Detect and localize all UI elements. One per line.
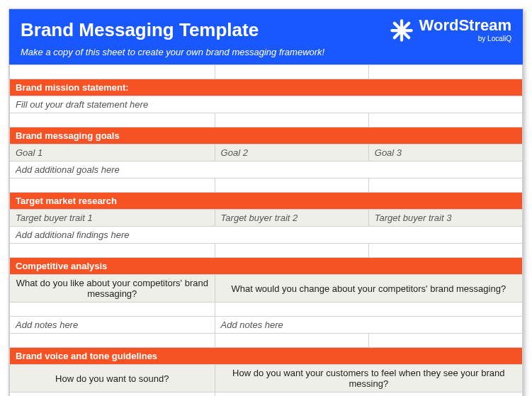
- header-banner: Brand Messaging Template Make a copy of …: [9, 9, 523, 64]
- blank-row[interactable]: [10, 179, 523, 193]
- logo-main-text: WordStream: [419, 18, 511, 33]
- research-add-row[interactable]: Add additional findings here: [10, 227, 523, 244]
- template-table: Brand mission statement: Fill out your d…: [9, 64, 523, 396]
- blank-row[interactable]: [10, 244, 523, 258]
- trait-1[interactable]: Target buyer trait 1: [10, 210, 215, 227]
- voice-notes-row[interactable]: Add notes here Add notes here: [10, 392, 523, 397]
- competitive-note1[interactable]: Add notes here: [10, 317, 215, 334]
- mission-input-row[interactable]: Fill out your draft statement here: [10, 96, 523, 113]
- section-heading: Brand mission statement:: [10, 79, 523, 96]
- section-heading: Competitive analysis: [10, 258, 523, 275]
- page-subtitle: Make a copy of this sheet to create your…: [21, 47, 511, 57]
- competitive-q1[interactable]: What do you like about your competitors'…: [10, 275, 215, 302]
- section-goals-header: Brand messaging goals: [10, 128, 523, 145]
- trait-2[interactable]: Target buyer trait 2: [215, 210, 368, 227]
- blank-row[interactable]: [10, 113, 523, 128]
- voice-questions-row[interactable]: How do you want to sound? How do you wan…: [10, 365, 523, 392]
- competitive-q2[interactable]: What would you change about your competi…: [215, 275, 522, 302]
- goals-add-placeholder[interactable]: Add additional goals here: [10, 162, 523, 179]
- section-heading: Brand voice and tone guidelines: [10, 348, 523, 365]
- asterisk-icon: [390, 18, 414, 43]
- section-heading: Brand messaging goals: [10, 128, 523, 145]
- section-research-header: Target market research: [10, 193, 523, 210]
- blank-row[interactable]: [10, 334, 523, 348]
- mission-placeholder[interactable]: Fill out your draft statement here: [10, 96, 523, 113]
- spreadsheet-template: Brand Messaging Template Make a copy of …: [9, 9, 523, 396]
- trait-3[interactable]: Target buyer trait 3: [368, 210, 522, 227]
- competitive-note2[interactable]: Add notes here: [215, 317, 522, 334]
- goals-labels-row[interactable]: Goal 1 Goal 2 Goal 3: [10, 145, 523, 162]
- voice-note1[interactable]: Add notes here: [10, 392, 215, 397]
- research-labels-row[interactable]: Target buyer trait 1 Target buyer trait …: [10, 210, 523, 227]
- section-competitive-header: Competitive analysis: [10, 258, 523, 275]
- goal-1[interactable]: Goal 1: [10, 145, 215, 162]
- blank-row[interactable]: [10, 65, 523, 79]
- voice-q2[interactable]: How do you want your customers to feel w…: [215, 365, 522, 392]
- goal-3[interactable]: Goal 3: [368, 145, 522, 162]
- wordstream-logo: WordStream by LocaliQ: [390, 18, 511, 43]
- voice-note2[interactable]: Add notes here: [215, 392, 522, 397]
- section-mission-header: Brand mission statement:: [10, 79, 523, 96]
- goals-add-row[interactable]: Add additional goals here: [10, 162, 523, 179]
- section-voice-header: Brand voice and tone guidelines: [10, 348, 523, 365]
- competitive-notes-row[interactable]: Add notes here Add notes here: [10, 317, 523, 334]
- goal-2[interactable]: Goal 2: [215, 145, 368, 162]
- blank-row[interactable]: [10, 302, 523, 317]
- voice-q1[interactable]: How do you want to sound?: [10, 365, 215, 392]
- logo-sub-text: by LocaliQ: [478, 35, 511, 43]
- research-add-placeholder[interactable]: Add additional findings here: [10, 227, 523, 244]
- section-heading: Target market research: [10, 193, 523, 210]
- competitive-questions-row[interactable]: What do you like about your competitors'…: [10, 275, 523, 302]
